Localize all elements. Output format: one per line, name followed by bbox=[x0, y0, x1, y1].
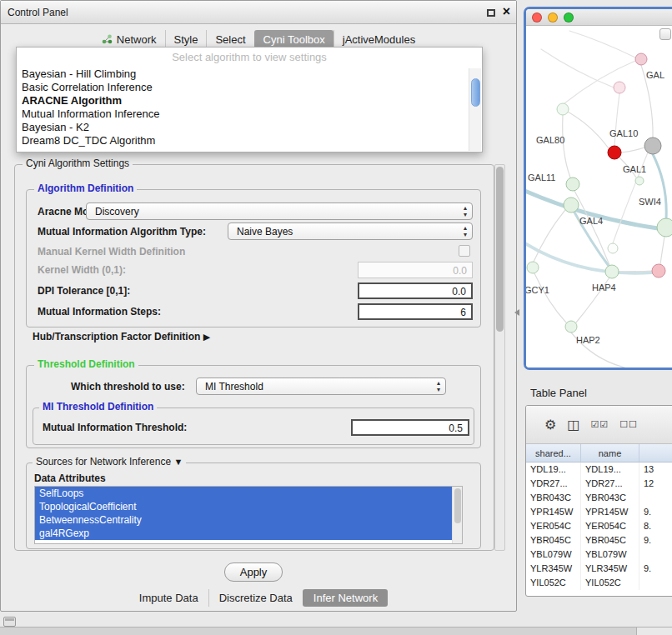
algorithm-option[interactable]: Dream8 DC_TDC Algorithm bbox=[17, 134, 482, 148]
traffic-light-zoom-icon[interactable] bbox=[564, 12, 574, 22]
float-window-icon[interactable] bbox=[487, 9, 495, 17]
mi-steps-label: Mutual Information Steps: bbox=[38, 306, 161, 318]
network-edge[interactable] bbox=[526, 241, 652, 273]
column-header-clipped[interactable] bbox=[639, 444, 672, 462]
dropdown-scrollbar[interactable] bbox=[469, 68, 481, 151]
dpi-tolerance-input[interactable]: 0.0 bbox=[358, 282, 473, 299]
network-canvas[interactable]: GALGAL80GAL10GAL1GAL11SWI4GAL4GCY1HAP4HA… bbox=[526, 26, 672, 368]
aracne-mode-select[interactable]: Discovery ▴▾ bbox=[86, 202, 473, 220]
data-attribute-item[interactable]: TopologicalCoefficient bbox=[35, 500, 452, 513]
network-node-label: HAP2 bbox=[576, 335, 600, 345]
table-row[interactable]: YBR045CYBR045C9. bbox=[526, 533, 672, 548]
table-cell: YDL19... bbox=[581, 462, 639, 477]
network-node[interactable] bbox=[565, 321, 577, 332]
network-edge[interactable] bbox=[653, 154, 666, 218]
table-row[interactable]: YPR145WYPR145W9. bbox=[526, 505, 672, 519]
status-bar-grip bbox=[636, 627, 672, 635]
table-row[interactable]: YER054CYER054C8. bbox=[526, 519, 672, 533]
traffic-light-minimize-icon[interactable] bbox=[548, 12, 558, 22]
network-node[interactable] bbox=[557, 103, 569, 115]
tab-impute-data[interactable]: Impute Data bbox=[129, 589, 208, 607]
hub-section-toggle[interactable]: Hub/Transcription Factor Definition ▶ bbox=[33, 331, 210, 342]
traffic-light-close-icon[interactable] bbox=[532, 12, 542, 22]
data-attribute-item[interactable]: gal4RGexp bbox=[35, 527, 452, 540]
network-edge[interactable] bbox=[563, 109, 609, 148]
column-header-shared-name[interactable]: shared... bbox=[526, 444, 581, 462]
algorithm-option[interactable]: Bayesian - Hill Climbing bbox=[17, 68, 482, 81]
network-edge[interactable] bbox=[660, 237, 664, 264]
close-icon[interactable]: × bbox=[503, 5, 510, 18]
data-attribute-item[interactable]: BetweennessCentrality bbox=[35, 513, 452, 527]
tab-infer-network[interactable]: Infer Network bbox=[303, 589, 388, 607]
panel-collapse-arrow-icon[interactable] bbox=[514, 309, 519, 316]
column-header-name[interactable]: name bbox=[581, 444, 639, 462]
network-node[interactable] bbox=[614, 82, 625, 93]
network-edge[interactable] bbox=[534, 273, 566, 322]
which-threshold-select[interactable]: MI Threshold ▴▾ bbox=[196, 378, 446, 395]
network-edge[interactable] bbox=[569, 31, 635, 58]
table-row[interactable]: YLR345WYLR345W9. bbox=[526, 562, 672, 576]
algorithm-option[interactable]: ARACNE Algorithm bbox=[17, 94, 482, 108]
network-edge[interactable] bbox=[621, 148, 644, 152]
select-all-checkboxes-icon[interactable]: ☑☑ bbox=[590, 419, 609, 430]
mi-threshold-input[interactable]: 0.5 bbox=[351, 419, 469, 436]
table-row[interactable]: YIL052CYIL052C bbox=[526, 576, 672, 590]
canvas-scroll-widget[interactable] bbox=[659, 28, 671, 40]
data-attributes-label: Data Attributes bbox=[34, 472, 106, 484]
network-node[interactable] bbox=[608, 146, 621, 159]
table-cell: 9. bbox=[639, 562, 672, 576]
network-node[interactable] bbox=[635, 53, 647, 65]
apply-button[interactable]: Apply bbox=[224, 562, 283, 582]
data-attribute-item[interactable]: SelfLoops bbox=[35, 487, 452, 500]
attribute-list-scrollbar[interactable] bbox=[452, 487, 462, 543]
network-node[interactable] bbox=[527, 262, 539, 273]
network-node[interactable] bbox=[644, 138, 661, 154]
manual-kernel-checkbox[interactable] bbox=[459, 245, 470, 257]
algorithm-option[interactable]: Mutual Information Inference bbox=[17, 108, 482, 121]
dropdown-scrollbar-thumb[interactable] bbox=[471, 78, 480, 107]
network-edge[interactable] bbox=[541, 49, 614, 88]
settings-scrollbar[interactable] bbox=[494, 164, 505, 551]
columns-icon[interactable]: ◫ bbox=[567, 417, 579, 432]
kernel-width-input[interactable]: 0.0 bbox=[358, 262, 473, 278]
control-panel-titlebar[interactable]: Control Panel × bbox=[1, 1, 516, 24]
algorithm-dropdown-placeholder: Select algorithm to view settings bbox=[17, 48, 482, 68]
table-toolbar: ⚙ ◫ ☑☑ ☐☐ bbox=[526, 406, 672, 444]
network-edge[interactable] bbox=[619, 271, 652, 272]
network-edge[interactable] bbox=[534, 210, 565, 262]
mi-type-select[interactable]: Naive Bayes ▴▾ bbox=[228, 222, 473, 240]
network-edge[interactable] bbox=[563, 115, 570, 178]
network-edge[interactable] bbox=[574, 191, 609, 265]
mi-type-label: Mutual Information Algorithm Type: bbox=[38, 226, 206, 238]
network-node[interactable] bbox=[657, 218, 672, 237]
table-row[interactable]: YBL079WYBL079W bbox=[526, 548, 672, 562]
table-cell: YER054C bbox=[581, 519, 639, 533]
table-cell: YBR043C bbox=[581, 491, 639, 505]
clear-all-checkboxes-icon[interactable]: ☐☐ bbox=[619, 419, 638, 430]
attribute-list-scrollbar-thumb[interactable] bbox=[454, 488, 461, 523]
tab-discretize-data[interactable]: Discretize Data bbox=[208, 589, 303, 607]
gear-icon[interactable]: ⚙ bbox=[544, 417, 556, 432]
sources-group-toggle[interactable]: Sources for Network Inference ▼ bbox=[33, 457, 186, 468]
minimized-panel-icon[interactable] bbox=[3, 617, 16, 627]
table-row[interactable]: YDL19...YDL19...13 bbox=[526, 462, 672, 477]
network-node[interactable] bbox=[566, 178, 579, 191]
algorithm-option[interactable]: Basic Correlation Inference bbox=[17, 81, 482, 94]
network-node[interactable] bbox=[652, 264, 665, 278]
table-cell: YBL079W bbox=[581, 548, 639, 562]
table-row[interactable]: YBR043CYBR043C bbox=[526, 491, 672, 505]
network-node[interactable] bbox=[564, 198, 579, 212]
tab-label: Network bbox=[117, 33, 157, 46]
table-row[interactable]: YDR27...YDR27...12 bbox=[526, 477, 672, 491]
settings-scrollbar-thumb[interactable] bbox=[496, 167, 504, 332]
algorithm-option[interactable]: Bayesian - K2 bbox=[17, 121, 482, 134]
mi-steps-input[interactable]: 6 bbox=[358, 303, 473, 320]
table-cell: 12 bbox=[639, 477, 672, 491]
algorithm-dropdown-list: Bayesian - Hill ClimbingBasic Correlatio… bbox=[17, 68, 482, 148]
tab-label: Style bbox=[174, 33, 198, 46]
network-node[interactable] bbox=[608, 243, 618, 253]
network-node[interactable] bbox=[635, 177, 644, 185]
network-window-titlebar[interactable] bbox=[526, 9, 672, 26]
network-node[interactable] bbox=[605, 265, 619, 278]
table-cell: YLR345W bbox=[581, 562, 639, 576]
